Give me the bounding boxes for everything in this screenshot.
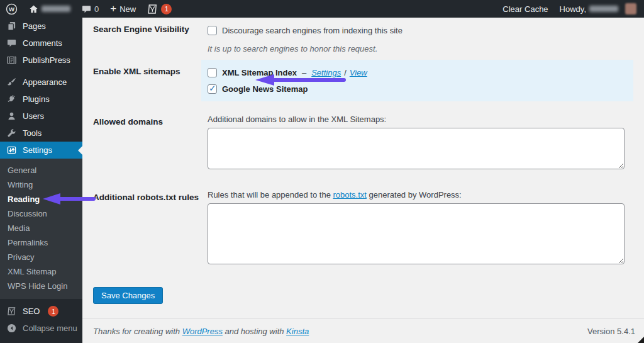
description-text: generated by WordPress: xyxy=(367,190,462,200)
new-label: New xyxy=(119,4,136,14)
sidebar-item-publishpress[interactable]: PublishPress xyxy=(0,52,82,69)
yoast-notifications-menu[interactable]: 1 xyxy=(142,0,177,18)
collapse-menu-button[interactable]: Collapse menu xyxy=(0,320,82,337)
allowed-domains-label: Allowed domains xyxy=(93,115,208,127)
sidebar-item-label: Tools xyxy=(23,128,42,138)
allowed-domains-description: Additional domains to allow in the XML S… xyxy=(208,115,633,124)
footer-text: and hosting with xyxy=(223,327,286,336)
save-changes-button[interactable]: Save Changes xyxy=(93,287,163,304)
submenu-item-discussion[interactable]: Discussion xyxy=(0,206,82,221)
sidebar-item-seo[interactable]: SEO 1 xyxy=(0,303,82,320)
sidebar-item-label: SEO xyxy=(23,306,40,316)
sidebar-item-appearance[interactable]: Appearance xyxy=(0,74,82,91)
slash: / xyxy=(344,68,347,77)
xml-sitemap-index-checkbox[interactable] xyxy=(208,68,217,77)
search-engine-visibility-row: Search Engine Visibility Discourage sear… xyxy=(82,22,644,53)
clear-cache-button[interactable]: Clear Cache xyxy=(497,0,553,18)
sidebar-item-label: Users xyxy=(23,111,44,121)
howdy-label: Howdy, xyxy=(560,4,586,14)
submenu-label: Writing xyxy=(8,180,33,189)
footer-thanks-text: Thanks for creating with WordPress and h… xyxy=(93,327,309,336)
settings-icon xyxy=(6,145,17,155)
admin-sidebar: Pages Comments PublishPress Appearance P… xyxy=(0,18,82,343)
submenu-label: Media xyxy=(8,223,30,233)
submenu-label: Permalinks xyxy=(8,238,48,247)
submenu-item-privacy[interactable]: Privacy xyxy=(0,250,82,264)
robots-txt-link[interactable]: robots.txt xyxy=(333,190,366,200)
plus-icon: + xyxy=(110,3,116,14)
search-engine-visibility-label: Search Engine Visibility xyxy=(93,22,208,34)
sidebar-item-comments[interactable]: Comments xyxy=(0,35,82,52)
sidebar-item-tools[interactable]: Tools xyxy=(0,125,82,142)
submenu-label: WPS Hide Login xyxy=(8,281,67,291)
sidebar-item-label: Settings xyxy=(23,145,52,155)
plugins-icon xyxy=(6,94,17,104)
enable-xml-sitemaps-row: Enable XML sitemaps XML Sitemap Index – … xyxy=(82,60,644,101)
submenu-label: XML Sitemap xyxy=(8,267,57,276)
allowed-domains-textarea[interactable] xyxy=(208,128,625,169)
sitemap-view-link[interactable]: View xyxy=(350,68,367,77)
robots-rules-textarea[interactable] xyxy=(208,203,625,264)
robots-rules-row: Additional robots.txt rules Rules that w… xyxy=(82,190,644,264)
site-name-menu[interactable] xyxy=(23,0,76,18)
google-news-sitemap-label[interactable]: Google News Sitemap xyxy=(222,84,308,94)
sidebar-item-pages[interactable]: Pages xyxy=(0,18,82,35)
publishpress-icon xyxy=(6,55,17,65)
site-name-redacted xyxy=(42,6,70,12)
wordpress-link[interactable]: WordPress xyxy=(182,327,223,336)
yoast-notification-badge: 1 xyxy=(161,4,172,14)
sitemap-options-highlight: XML Sitemap Index – Settings / View Goog… xyxy=(201,60,633,101)
discourage-indexing-label[interactable]: Discourage search engines from indexing … xyxy=(222,26,402,35)
version-label: Version 5.4.1 xyxy=(587,327,635,336)
xml-sitemap-index-label[interactable]: XML Sitemap Index xyxy=(222,68,297,77)
seo-notification-badge: 1 xyxy=(48,306,58,317)
settings-submenu: General Writing Reading Discussion Media… xyxy=(0,159,82,299)
submenu-item-permalinks[interactable]: Permalinks xyxy=(0,235,82,250)
search-engine-note: It is up to search engines to honor this… xyxy=(208,44,633,53)
yoast-seo-icon xyxy=(6,306,17,316)
footer-text: Thanks for creating with xyxy=(93,327,182,336)
sidebar-item-label: Plugins xyxy=(23,94,50,104)
account-menu[interactable]: Howdy, xyxy=(554,0,644,18)
sidebar-item-plugins[interactable]: Plugins xyxy=(0,91,82,108)
wordpress-logo-icon: W xyxy=(6,3,18,15)
submenu-item-general[interactable]: General xyxy=(0,163,82,177)
clear-cache-label: Clear Cache xyxy=(502,4,548,14)
allowed-domains-row: Allowed domains Additional domains to al… xyxy=(82,115,644,169)
wordpress-logo-menu[interactable]: W xyxy=(0,0,23,18)
sidebar-item-label: PublishPress xyxy=(23,55,70,65)
home-icon xyxy=(29,4,38,14)
sidebar-item-label: Appearance xyxy=(23,77,67,87)
svg-text:W: W xyxy=(9,5,14,12)
robots-rules-label: Additional robots.txt rules xyxy=(93,190,208,202)
comments-menu[interactable]: 0 xyxy=(76,0,104,18)
sidebar-item-settings[interactable]: Settings xyxy=(0,142,82,159)
avatar xyxy=(625,3,636,14)
sitemap-settings-link[interactable]: Settings xyxy=(311,68,341,77)
users-icon xyxy=(6,111,17,121)
pages-icon xyxy=(6,21,17,31)
submenu-item-xml-sitemap[interactable]: XML Sitemap xyxy=(0,264,82,279)
submenu-label: General xyxy=(8,166,36,175)
enable-xml-sitemaps-label: Enable XML sitemaps xyxy=(93,60,208,76)
comment-count: 0 xyxy=(94,4,99,14)
submenu-item-reading[interactable]: Reading xyxy=(0,192,82,206)
kinsta-link[interactable]: Kinsta xyxy=(286,327,309,336)
submenu-item-wps-hide-login[interactable]: WPS Hide Login xyxy=(0,279,82,293)
submenu-item-media[interactable]: Media xyxy=(0,221,82,235)
discourage-indexing-checkbox[interactable] xyxy=(208,26,217,35)
dash: – xyxy=(302,68,306,77)
admin-footer: Thanks for creating with WordPress and h… xyxy=(82,318,644,343)
submenu-label: Discussion xyxy=(8,209,47,218)
collapse-arrow-icon xyxy=(6,323,17,333)
new-content-menu[interactable]: + New xyxy=(104,0,142,18)
yoast-seo-icon xyxy=(147,4,158,14)
sidebar-item-label: Pages xyxy=(23,21,46,31)
collapse-menu-label: Collapse menu xyxy=(23,323,77,333)
admin-bar: W 0 + New 1 Clear Cache xyxy=(0,0,644,18)
sidebar-item-users[interactable]: Users xyxy=(0,108,82,125)
description-text: Rules that will be appended to the xyxy=(208,190,333,200)
sidebar-separator xyxy=(0,69,82,74)
google-news-sitemap-checkbox[interactable] xyxy=(208,84,217,94)
submenu-item-writing[interactable]: Writing xyxy=(0,177,82,192)
